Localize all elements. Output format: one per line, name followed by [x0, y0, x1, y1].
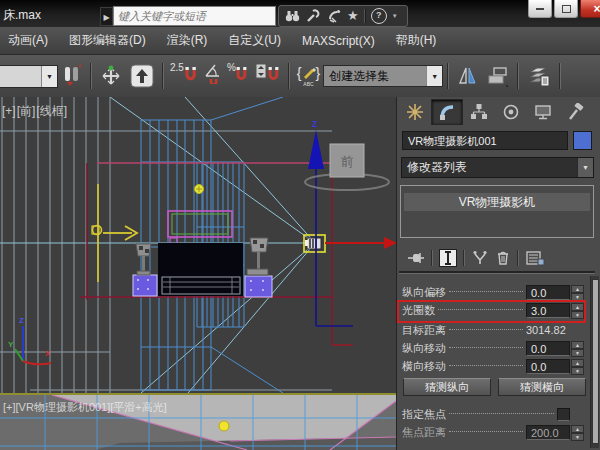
- layer-manager-button[interactable]: [523, 61, 555, 91]
- minimize-button[interactable]: [528, 0, 552, 18]
- toolbar-separator: [288, 63, 290, 89]
- camera-helper[interactable]: [92, 184, 137, 282]
- tab-modify[interactable]: [431, 99, 463, 125]
- restore-button[interactable]: [554, 0, 578, 18]
- pin-stack-button[interactable]: [407, 250, 425, 266]
- selected-vray-camera[interactable]: [304, 235, 325, 252]
- stack-item-vray-camera[interactable]: VR物理摄影机: [404, 193, 590, 211]
- modifier-list-dropdown[interactable]: 修改器列表 ▼: [401, 157, 594, 178]
- spinner-snap-toggle-button[interactable]: [252, 62, 284, 90]
- remove-modifier-button[interactable]: [495, 250, 511, 266]
- front-viewport-label: [+][前][线框]: [2, 103, 68, 120]
- snap-toggle-25d-button[interactable]: 2.5: [168, 62, 201, 90]
- viewport-menu-plus[interactable]: [+]: [2, 104, 16, 118]
- front-viewport[interactable]: Z 前 Z Y X [+][前][线框]: [0, 97, 396, 394]
- keyboard-shortcut-override-button[interactable]: [126, 61, 158, 91]
- guess-vertical-button[interactable]: 猜测纵向: [403, 378, 491, 396]
- axis-x-label: X: [45, 349, 51, 358]
- show-end-result-button[interactable]: [439, 249, 457, 267]
- tab-hierarchy[interactable]: [463, 99, 495, 125]
- tab-motion[interactable]: [495, 99, 527, 125]
- picture-frame: [168, 211, 232, 245]
- help-icon[interactable]: ?: [371, 8, 387, 24]
- use-pivot-center-button[interactable]: [58, 61, 86, 91]
- search-binoculars-icon[interactable]: [284, 8, 300, 24]
- param-label: 焦点距离: [402, 425, 446, 440]
- panel-scrollbar[interactable]: [590, 276, 599, 448]
- toolbar-separator: [90, 63, 92, 89]
- scrollbar-thumb[interactable]: [592, 279, 599, 444]
- camera-viewport-label: [+][VR物理摄影机001][平滑+高光]: [3, 400, 167, 415]
- spinner[interactable]: ▲▼: [571, 341, 584, 356]
- combo-caret-icon[interactable]: ▼: [426, 66, 442, 86]
- mirror-button[interactable]: [453, 61, 483, 91]
- configure-modifier-sets-button[interactable]: [525, 250, 545, 266]
- menu-help[interactable]: 帮助(H): [396, 32, 437, 49]
- reference-coordsys-combo[interactable]: ▼: [0, 65, 58, 88]
- param-row-focus-distance: 焦点距离 200.0 ▲▼: [402, 424, 584, 440]
- front-viewport-scene: Z 前 Z Y X: [0, 97, 396, 393]
- param-row-vertical-shift: 纵向偏移 0.0 ▲▼: [402, 284, 584, 300]
- stack-toolbar-separator: [431, 250, 433, 266]
- menu-graph-editors[interactable]: 图形编辑器(D): [69, 32, 146, 49]
- toolbar-separator: [559, 63, 561, 89]
- favorites-star-icon[interactable]: ★: [347, 8, 359, 24]
- viewport-camera-name[interactable]: [VR物理摄影机001]: [16, 401, 111, 413]
- camera-viewport[interactable]: [+][VR物理摄影机001][平滑+高光]: [0, 393, 396, 450]
- viewport-view-label[interactable]: [前]: [17, 104, 36, 118]
- light-helper-dot[interactable]: [195, 185, 204, 194]
- viewport-shading-label[interactable]: [平滑+高光]: [110, 401, 167, 413]
- subscription-wrench-icon[interactable]: [305, 8, 321, 24]
- guess-horizontal-button[interactable]: 猜测横向: [498, 378, 586, 396]
- angle-snap-toggle-button[interactable]: [201, 62, 225, 90]
- spinner[interactable]: ▲▼: [571, 285, 584, 300]
- search-input[interactable]: [113, 6, 276, 26]
- horizontal-tilt-input[interactable]: 0.0: [526, 359, 570, 374]
- object-color-swatch[interactable]: [573, 131, 592, 150]
- title-bar: 床.max ▶ ★ ? ▼ ×: [0, 0, 600, 27]
- combo-caret-icon[interactable]: ▼: [577, 158, 593, 177]
- param-label: 光圈数: [402, 303, 435, 318]
- align-button[interactable]: [483, 61, 513, 91]
- abc-label: ABC: [303, 81, 313, 87]
- param-label: 目标距离: [402, 323, 446, 338]
- command-panel-tabs: [397, 99, 600, 126]
- object-name-field[interactable]: VR物理摄影机001: [402, 131, 568, 150]
- light-helper-dot[interactable]: [219, 421, 229, 431]
- stack-toolbar-separator: [517, 250, 519, 266]
- axis-y-label: Y: [8, 340, 14, 349]
- spinner[interactable]: ▲▼: [571, 303, 584, 318]
- make-unique-button[interactable]: [471, 250, 489, 266]
- tab-display[interactable]: [527, 99, 559, 125]
- close-button[interactable]: ×: [580, 0, 600, 18]
- communication-satellite-icon[interactable]: [326, 8, 342, 24]
- edit-named-selection-sets-button[interactable]: { } ABC: [294, 61, 323, 91]
- tab-create[interactable]: [399, 99, 431, 125]
- gizmo-z-label: Z: [312, 119, 318, 129]
- menu-rendering[interactable]: 渲染(R): [167, 32, 208, 49]
- select-and-manipulate-button[interactable]: [96, 61, 126, 91]
- modifier-stack[interactable]: VR物理摄影机: [400, 185, 594, 238]
- search-history-arrow-icon[interactable]: ▶: [100, 7, 113, 26]
- menu-animation[interactable]: 动画(A): [8, 32, 48, 49]
- percent-snap-toggle-button[interactable]: %: [225, 62, 252, 90]
- specify-focus-checkbox[interactable]: [557, 408, 570, 421]
- toolbar-separator: [447, 63, 449, 89]
- vertical-tilt-input[interactable]: 0.0: [526, 341, 570, 356]
- menu-customize[interactable]: 自定义(U): [228, 32, 281, 49]
- menu-maxscript[interactable]: MAXScript(X): [302, 34, 375, 48]
- vertical-shift-input[interactable]: 0.0: [526, 285, 570, 300]
- combo-caret-icon[interactable]: ▼: [41, 66, 57, 87]
- viewport-shading-label[interactable]: [线框]: [36, 104, 67, 118]
- help-caret-icon[interactable]: ▼: [392, 13, 398, 19]
- spinner[interactable]: ▲▼: [571, 359, 584, 374]
- param-label: 纵向偏移: [402, 285, 446, 300]
- focus-distance-input[interactable]: 200.0: [526, 425, 570, 440]
- f-number-input[interactable]: 3.0: [526, 303, 570, 318]
- spinner[interactable]: ▲▼: [571, 425, 584, 440]
- tab-utilities[interactable]: [559, 99, 591, 125]
- named-selection-set-combo[interactable]: 创建选择集 ▼: [323, 65, 443, 87]
- viewcube-front-face[interactable]: 前: [341, 154, 354, 169]
- infocenter-strip: ★ ? ▼: [278, 5, 408, 27]
- viewport-menu-plus[interactable]: [+]: [3, 401, 16, 413]
